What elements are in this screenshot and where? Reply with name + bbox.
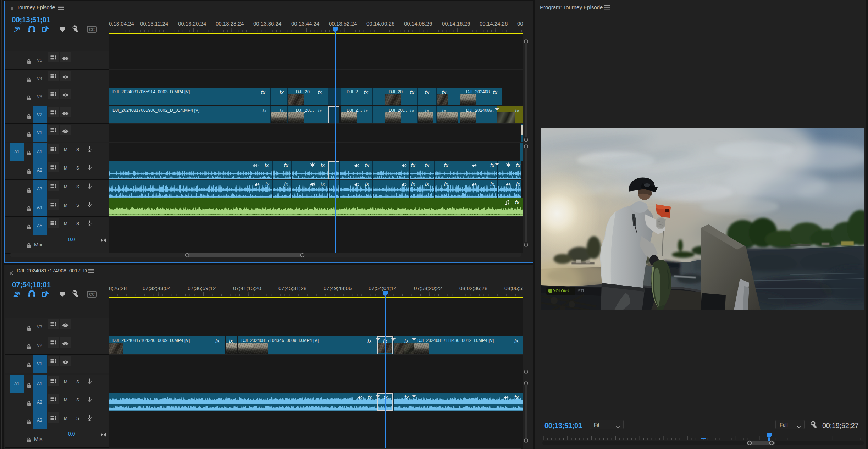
svg-text:CC: CC (89, 292, 95, 296)
svg-text:CC: CC (89, 27, 95, 32)
